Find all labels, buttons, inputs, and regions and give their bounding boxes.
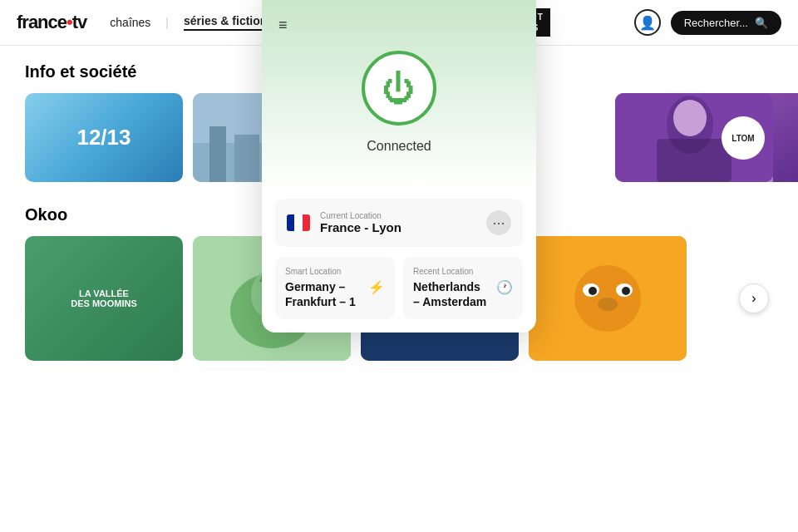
search-label: Rechercher... (684, 17, 748, 29)
vpn-panel: ≡ ⏻ Connected Current Location France - … (262, 0, 536, 332)
vpn-smart-loc-label: Smart Location (285, 267, 385, 276)
vpn-recent-loc-name: Netherlands– Amsterdam (413, 279, 486, 309)
card-1213-text: 12/13 (76, 125, 131, 150)
vpn-status-text: Connected (367, 139, 431, 154)
nav-separator-1: | (165, 16, 169, 29)
search-icon: 🔍 (755, 17, 768, 29)
search-button[interactable]: Rechercher... 🔍 (671, 11, 781, 35)
card-dog[interactable] (529, 236, 687, 361)
card-person[interactable]: LTOM (615, 93, 773, 182)
site-logo[interactable]: france•tv (17, 12, 86, 33)
svg-point-26 (598, 298, 618, 311)
vpn-smart-loc-icon: ⚡ (368, 279, 385, 295)
svg-rect-14 (657, 139, 732, 182)
card-moomins-text: LA VALLÉEDES MOOMINS (64, 282, 143, 315)
vpn-recent-loc-label: Recent Location (413, 267, 513, 276)
svg-point-25 (622, 287, 630, 295)
vpn-header: ≡ ⏻ Connected (262, 0, 536, 187)
user-icon: 👤 (639, 15, 656, 31)
vpn-power-icon: ⏻ (382, 71, 416, 105)
vpn-recent-location[interactable]: Recent Location Netherlands– Amsterdam 🕐 (403, 257, 523, 319)
vpn-current-loc-label: Current Location (320, 211, 476, 220)
vpn-locations-row: Smart Location Germany –Frankfurt – 1 ⚡ … (275, 257, 523, 319)
nav-link-chaines[interactable]: chaînes (110, 16, 150, 29)
okoo-next-arrow[interactable]: › (739, 283, 769, 313)
svg-rect-2 (209, 126, 226, 182)
svg-rect-3 (234, 135, 259, 182)
france-flag (287, 214, 310, 231)
nav-right: 👤 Rechercher... 🔍 (634, 9, 781, 36)
svg-point-24 (589, 287, 597, 295)
user-account-button[interactable]: 👤 (634, 9, 661, 36)
card-moomins[interactable]: LA VALLÉEDES MOOMINS (25, 236, 183, 361)
ltom-circle-badge: LTOM (722, 116, 765, 160)
vpn-hamburger-button[interactable]: ≡ (278, 17, 288, 34)
vpn-smart-location[interactable]: Smart Location Germany –Frankfurt – 1 ⚡ (275, 257, 395, 319)
vpn-current-loc-info: Current Location France - Lyon (320, 211, 476, 234)
logo-dot: • (66, 12, 72, 32)
svg-point-13 (673, 100, 707, 136)
nav-link-series[interactable]: séries & fictions (184, 14, 273, 31)
vpn-more-button[interactable]: ··· (486, 210, 511, 235)
card-1213[interactable]: 12/13 (25, 93, 183, 182)
vpn-body: Current Location France - Lyon ··· Smart… (262, 187, 536, 332)
flag-white (294, 214, 302, 231)
vpn-current-location[interactable]: Current Location France - Lyon ··· (275, 199, 523, 247)
vpn-smart-loc-name: Germany –Frankfurt – 1 (285, 279, 356, 309)
dog-image (529, 236, 687, 361)
vpn-current-loc-name: France - Lyon (320, 220, 476, 234)
flag-blue (287, 214, 294, 231)
flag-red (303, 214, 310, 231)
vpn-power-ring[interactable]: ⏻ (362, 51, 436, 126)
vpn-recent-loc-icon: 🕐 (496, 279, 513, 295)
